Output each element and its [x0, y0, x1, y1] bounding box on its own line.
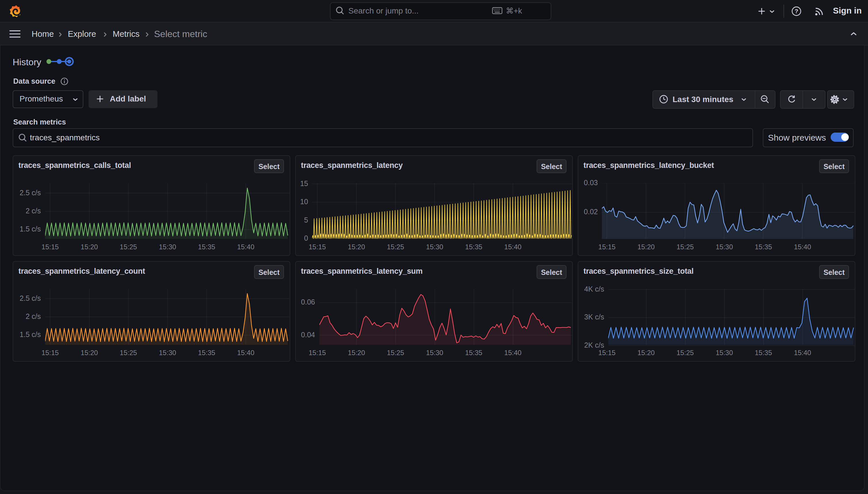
svg-text:?: ?: [795, 8, 798, 14]
